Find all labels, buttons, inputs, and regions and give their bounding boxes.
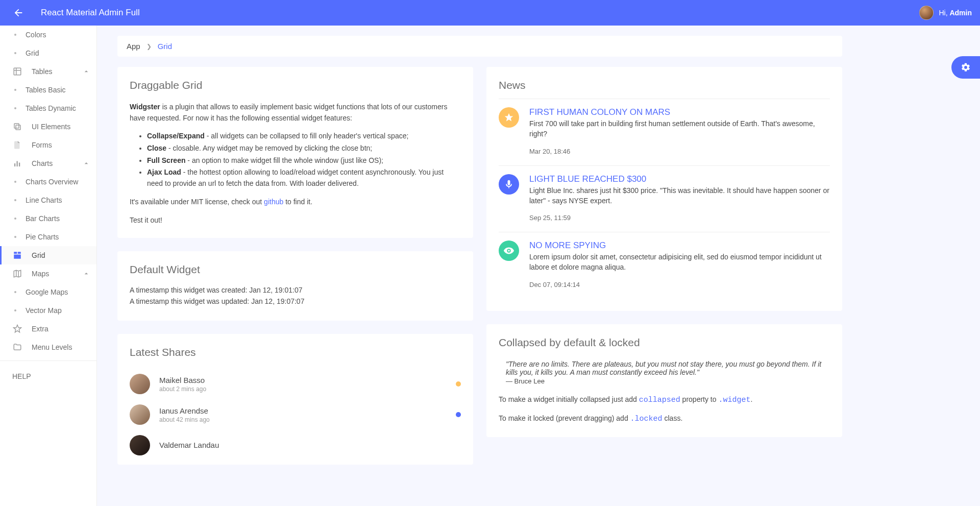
app-title: React Material Admin Full — [41, 8, 140, 18]
user-greeting[interactable]: Hi, Admin — [919, 6, 972, 20]
arrow-back-icon — [13, 7, 24, 18]
avatar — [919, 6, 934, 20]
app-header: React Material Admin Full Hi, Admin — [0, 0, 980, 26]
back-button[interactable] — [8, 3, 29, 23]
